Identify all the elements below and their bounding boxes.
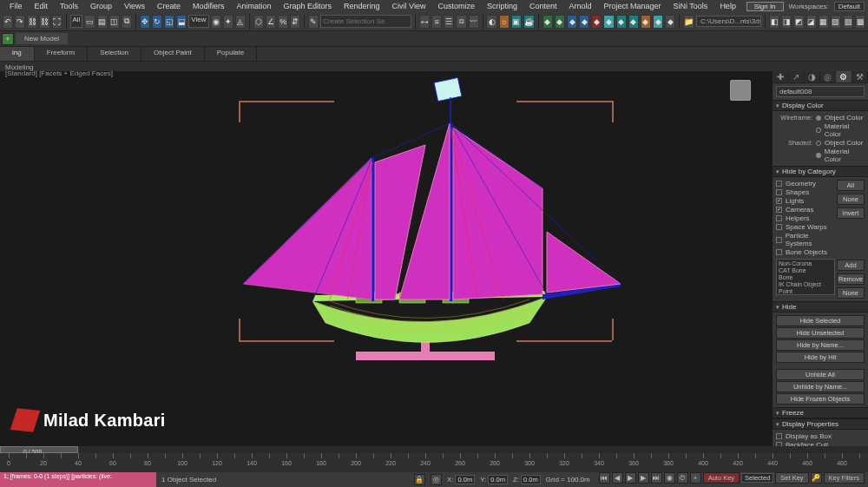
hc-custom-list[interactable]: Non-CoronaCAT BoneBoneIK Chain ObjectPoi…: [776, 259, 835, 295]
select-button[interactable]: ▭: [84, 15, 95, 29]
hc-check-4[interactable]: [776, 215, 782, 221]
hc-check-0[interactable]: [776, 181, 782, 187]
menu-scripting[interactable]: Scripting: [481, 2, 523, 10]
x-field[interactable]: 0.0m: [455, 475, 475, 484]
workspaces-dropdown[interactable]: Default: [834, 2, 865, 11]
pivot-button[interactable]: ◉: [211, 15, 221, 29]
add-scene-button[interactable]: +: [2, 33, 14, 45]
next-frame-button[interactable]: ▶: [638, 472, 649, 484]
ribbon-tab-objectpaint[interactable]: Object Paint: [141, 47, 205, 61]
ribbon-tab-selection[interactable]: Selection: [88, 47, 141, 61]
lock-selection-button[interactable]: 🔒: [414, 474, 425, 485]
utilities-tab[interactable]: ⚒: [852, 71, 868, 82]
ribbon-tab-populate[interactable]: Populate: [205, 47, 258, 61]
scene-tab[interactable]: New Model: [16, 33, 68, 44]
misc-btn-5[interactable]: ▦: [819, 15, 829, 29]
sini-button-6[interactable]: ◆: [665, 15, 675, 29]
hc-check-7[interactable]: [776, 249, 782, 255]
rotate-button[interactable]: ↻: [152, 15, 162, 29]
place-button[interactable]: ⬓: [176, 15, 187, 29]
hide-btn-6[interactable]: Hide Frozen Objects: [776, 393, 865, 405]
scale-button[interactable]: ◱: [164, 15, 174, 29]
menu-edit[interactable]: Edit: [29, 2, 55, 10]
hc-check-2[interactable]: [776, 198, 782, 204]
material-editor-button[interactable]: ◐: [486, 15, 496, 29]
keymode-button[interactable]: ◬: [235, 15, 246, 29]
hc-none-button[interactable]: None: [837, 194, 865, 205]
manip-button[interactable]: ✦: [223, 15, 233, 29]
ribbon-tab-modeling[interactable]: ing: [0, 47, 35, 61]
signin-button[interactable]: Sign In: [746, 2, 784, 11]
menu-civilview[interactable]: Civil View: [386, 2, 432, 10]
wireframe-mat-radio[interactable]: [816, 128, 821, 133]
redo-button[interactable]: ↷: [15, 15, 25, 29]
misc-btn-3[interactable]: ◩: [793, 15, 804, 29]
render-frame-button[interactable]: ▣: [511, 15, 522, 29]
percent-snap-button[interactable]: %: [278, 15, 288, 29]
pm-button-4[interactable]: ◆: [579, 15, 589, 29]
unlink-button[interactable]: ⛓: [39, 15, 49, 29]
menu-rendering[interactable]: Rendering: [338, 2, 386, 10]
shaded-mat-radio[interactable]: [816, 153, 821, 158]
menu-views[interactable]: Views: [118, 2, 151, 10]
misc-btn-4[interactable]: ◪: [806, 15, 817, 29]
hide-btn-2[interactable]: Hide by Name...: [776, 339, 865, 351]
hide-btn-5[interactable]: Unhide by Name...: [776, 381, 865, 392]
hc-check-5[interactable]: [776, 224, 782, 230]
motion-tab[interactable]: ◎: [820, 71, 836, 82]
hc-check-1[interactable]: [776, 189, 782, 195]
time-ruler[interactable]: 0204060801001201401601802002202402602803…: [0, 453, 868, 472]
menu-arnold[interactable]: Arnold: [562, 2, 597, 10]
create-tab[interactable]: ✚: [773, 71, 788, 82]
editnamed-button[interactable]: ✎: [308, 15, 319, 29]
move-button[interactable]: ✥: [140, 15, 150, 29]
time-config-button[interactable]: ⏱: [677, 472, 688, 484]
hide-btn-3[interactable]: Hide by Hit: [776, 352, 865, 363]
menu-create[interactable]: Create: [151, 2, 187, 10]
angle-snap-button[interactable]: ∠: [266, 15, 276, 29]
select-region-button[interactable]: ◫: [109, 15, 120, 29]
ribbon-tab-freeform[interactable]: Freeform: [35, 47, 88, 61]
hc-check-3[interactable]: [776, 207, 782, 213]
hc-check-6[interactable]: [776, 237, 782, 243]
z-field[interactable]: 0.0m: [521, 475, 541, 484]
goto-start-button[interactable]: ⏮: [599, 472, 610, 484]
menu-modifiers[interactable]: Modifiers: [187, 2, 231, 10]
render-setup-button[interactable]: ☼: [499, 15, 510, 29]
maxscript-listener[interactable]: 1; [frames: 0-0 (1 steps)] [particles: (…: [0, 472, 156, 487]
hide-btn-4[interactable]: Unhide All: [776, 369, 865, 380]
prev-frame-button[interactable]: ◀: [612, 472, 623, 484]
align-button[interactable]: ≡: [431, 15, 442, 29]
menu-projectmanager[interactable]: Project Manager: [597, 2, 667, 10]
display-tab[interactable]: ⚙: [836, 71, 852, 82]
pm-button-3[interactable]: ◆: [567, 15, 577, 29]
keymode-button[interactable]: ◉: [664, 472, 675, 484]
hide-btn-1[interactable]: Hide Unselected: [776, 327, 865, 339]
viewport-label[interactable]: [Standard] [Facets + Edged Faces]: [5, 69, 113, 77]
display-as-box-check[interactable]: [776, 433, 782, 439]
selection-filter-dropdown[interactable]: All: [70, 15, 83, 28]
bind-button[interactable]: ⛶: [52, 15, 62, 29]
time-slider[interactable]: 0 / 500: [0, 446, 868, 453]
coord-sys-dropdown[interactable]: View: [188, 15, 208, 28]
keyfilters-button[interactable]: Key Filters: [824, 472, 865, 484]
misc-btn-8[interactable]: ▩: [855, 15, 865, 29]
pm-button-1[interactable]: ◆: [542, 15, 553, 29]
object-name-field[interactable]: default008: [776, 86, 865, 97]
layers-button[interactable]: ☰: [444, 15, 454, 29]
autokey-button[interactable]: Auto Key: [703, 472, 740, 484]
menu-tools[interactable]: Tools: [54, 2, 84, 10]
hide-category-header[interactable]: Hide by Category: [773, 166, 868, 177]
isolate-button[interactable]: ◎: [431, 474, 442, 485]
menu-grapheditors[interactable]: Graph Editors: [277, 2, 338, 10]
pm-button-2[interactable]: ◆: [555, 15, 565, 29]
selection-set-input[interactable]: [320, 15, 411, 28]
menu-animation[interactable]: Animation: [230, 2, 277, 10]
key-filter-dropdown[interactable]: Selected: [741, 473, 773, 483]
sini-button-4[interactable]: ◆: [641, 15, 651, 29]
hide-header[interactable]: Hide: [773, 301, 868, 313]
misc-btn-1[interactable]: ◧: [769, 15, 779, 29]
sini-button-3[interactable]: ◆: [628, 15, 639, 29]
misc-btn-6[interactable]: ▧: [831, 15, 841, 29]
mirror-button[interactable]: ⧟: [419, 15, 430, 29]
